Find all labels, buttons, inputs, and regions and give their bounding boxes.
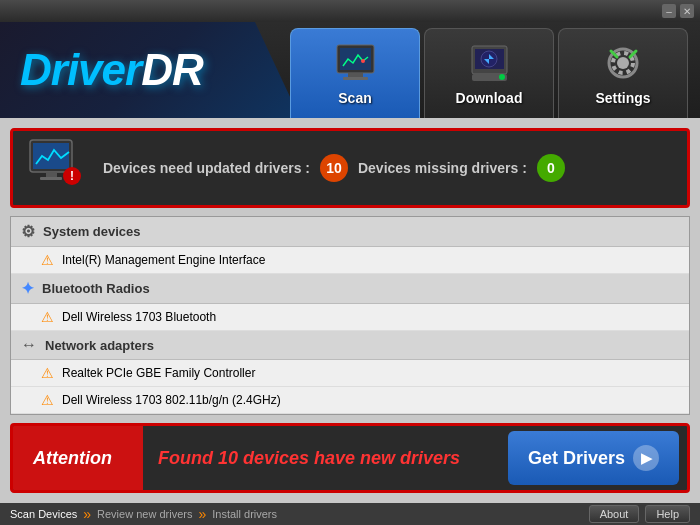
arrow-icon: ▶ xyxy=(633,445,659,471)
breadcrumb-sep-1: » xyxy=(83,506,91,522)
list-item[interactable]: ⚠ Intel(R) Management Engine Interface xyxy=(11,247,689,274)
list-item[interactable]: ⚠ Dell Wireless 1703 802.11b/g/n (2.4GHz… xyxy=(11,387,689,414)
logo-area: DriverDR xyxy=(0,22,300,118)
system-devices-label: System devices xyxy=(43,224,141,239)
device-name: Realtek PCIe GBE Family Controller xyxy=(62,366,255,380)
status-icon-area: ! xyxy=(28,138,88,198)
content-area: ! Devices need updated drivers : 10 Devi… xyxy=(0,118,700,503)
close-button[interactable]: ✕ xyxy=(680,4,694,18)
breadcrumb-sep-2: » xyxy=(198,506,206,522)
nav-tabs: Scan Download xyxy=(290,22,688,118)
titlebar: – ✕ xyxy=(0,0,700,22)
bluetooth-icon: ✦ xyxy=(21,279,34,298)
download-tab-label: Download xyxy=(456,90,523,106)
breadcrumb-install[interactable]: Install drivers xyxy=(212,508,277,520)
status-text: Devices need updated drivers : 10 Device… xyxy=(103,154,672,182)
main-window: DriverDR Scan xyxy=(0,22,700,525)
category-network: ↔ Network adapters xyxy=(11,331,689,360)
warning-icon: ⚠ xyxy=(41,309,54,325)
warning-icon: ⚠ xyxy=(41,365,54,381)
svg-rect-18 xyxy=(46,172,57,177)
settings-tab-label: Settings xyxy=(595,90,650,106)
svg-rect-3 xyxy=(343,77,368,80)
download-icon xyxy=(467,41,512,86)
scan-icon xyxy=(333,41,378,86)
bluetooth-radios-label: Bluetooth Radios xyxy=(42,281,150,296)
breadcrumb: Scan Devices » Review new drivers » Inst… xyxy=(10,506,277,522)
category-bluetooth: ✦ Bluetooth Radios xyxy=(11,274,689,304)
missing-label: Devices missing drivers : xyxy=(358,160,527,176)
bottom-right-buttons: About Help xyxy=(589,505,690,523)
scan-tab-label: Scan xyxy=(338,90,371,106)
header: DriverDR Scan xyxy=(0,22,700,118)
warning-icon: ⚠ xyxy=(41,252,54,268)
about-button[interactable]: About xyxy=(589,505,640,523)
list-item[interactable]: ⚠ Realtek PCIe GBE Family Controller xyxy=(11,360,689,387)
needs-update-label: Devices need updated drivers : xyxy=(103,160,310,176)
warning-icon: ⚠ xyxy=(41,392,54,408)
svg-point-4 xyxy=(361,59,365,63)
breadcrumb-scan[interactable]: Scan Devices xyxy=(10,508,77,520)
network-adapters-label: Network adapters xyxy=(45,338,154,353)
system-icon: ⚙ xyxy=(21,222,35,241)
bottom-bar: Scan Devices » Review new drivers » Inst… xyxy=(0,503,700,525)
svg-point-11 xyxy=(617,57,629,69)
monitor-status-icon: ! xyxy=(28,138,83,188)
missing-count: 0 xyxy=(537,154,565,182)
get-drivers-button[interactable]: Get Drivers ▶ xyxy=(508,431,679,485)
device-name: Dell Wireless 1703 Bluetooth xyxy=(62,310,216,324)
network-icon: ↔ xyxy=(21,336,37,354)
svg-text:!: ! xyxy=(70,169,74,183)
tab-download[interactable]: Download xyxy=(424,28,554,118)
list-item[interactable]: ⚠ Dell Wireless 1703 Bluetooth xyxy=(11,304,689,331)
device-list[interactable]: ⚙ System devices ⚠ Intel(R) Management E… xyxy=(11,217,689,414)
svg-rect-2 xyxy=(348,73,363,77)
minimize-button[interactable]: – xyxy=(662,4,676,18)
app-logo: DriverDR xyxy=(20,45,203,95)
tab-settings[interactable]: Settings xyxy=(558,28,688,118)
needs-update-count: 10 xyxy=(320,154,348,182)
device-name: Dell Wireless 1703 802.11b/g/n (2.4GHz) xyxy=(62,393,281,407)
device-list-container: ⚙ System devices ⚠ Intel(R) Management E… xyxy=(10,216,690,415)
category-system: ⚙ System devices xyxy=(11,217,689,247)
svg-rect-19 xyxy=(40,177,62,180)
tab-scan[interactable]: Scan xyxy=(290,28,420,118)
help-button[interactable]: Help xyxy=(645,505,690,523)
settings-icon xyxy=(601,41,646,86)
svg-point-10 xyxy=(499,74,505,80)
action-bar: Attention Found 10 devices have new driv… xyxy=(10,423,690,493)
breadcrumb-review[interactable]: Review new drivers xyxy=(97,508,192,520)
get-drivers-label: Get Drivers xyxy=(528,448,625,469)
device-name: Intel(R) Management Engine Interface xyxy=(62,253,265,267)
status-bar: ! Devices need updated drivers : 10 Devi… xyxy=(10,128,690,208)
attention-message: Found 10 devices have new drivers xyxy=(143,448,508,469)
attention-label: Attention xyxy=(13,426,143,490)
